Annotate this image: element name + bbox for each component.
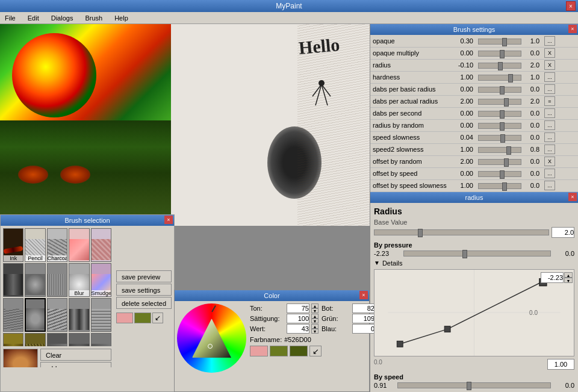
radius-close-button[interactable]: × [568,193,577,201]
brush-item-blur[interactable]: Blur [69,263,89,297]
setting-action-btn-5[interactable]: = [544,96,555,106]
setting-slider-cell-7[interactable] [476,119,524,131]
brush-item-pink1[interactable] [69,228,89,262]
setting-action-btn-11[interactable]: ... [544,169,555,178]
setting-btn-10[interactable]: X [542,155,578,167]
setting-action-btn-7[interactable]: ... [544,120,555,130]
setting-action-btn-6[interactable]: ... [544,108,555,118]
setting-slider-cell-2[interactable] [476,59,524,71]
menu-brush[interactable]: Brush [82,12,105,23]
close-button[interactable]: × [566,1,576,11]
setting-btn-2[interactable]: X [542,59,578,71]
brush-item-ink[interactable]: Ink [3,228,23,262]
swatch-add-button[interactable]: ↙ [309,346,322,356]
setting-slider-cell-0[interactable] [476,35,524,47]
setting-btn-4[interactable]: ... [542,83,578,95]
setting-slider-11[interactable] [478,171,521,177]
base-value-input[interactable] [552,227,574,238]
setting-slider-1[interactable] [478,51,521,57]
setting-action-btn-8[interactable]: ... [544,132,555,142]
brush-item-selected[interactable] [25,298,45,332]
sattigung-up[interactable]: ▲ [311,314,319,319]
bot-input[interactable] [352,303,375,313]
brush-item-dark3[interactable] [47,263,67,297]
brush-item-wavy3[interactable] [69,298,89,332]
setting-action-btn-12[interactable]: ... [544,181,555,190]
setting-slider-cell-4[interactable] [476,83,524,95]
setting-btn-9[interactable]: ... [542,143,578,155]
setting-slider-4[interactable] [478,87,521,93]
setting-action-btn-10[interactable]: X [544,157,555,166]
setting-btn-12[interactable]: ... [542,179,578,191]
setting-action-btn-3[interactable]: ... [544,72,555,82]
setting-slider-cell-6[interactable] [476,107,524,119]
brush-item-dark1[interactable] [3,263,23,297]
wert-input[interactable] [287,324,309,334]
wert-up[interactable]: ▲ [311,324,319,329]
brush-panel-close-button[interactable]: × [164,216,173,224]
curve-y-up[interactable]: ▲ [564,272,573,278]
setting-slider-3[interactable] [478,75,521,81]
brush-item-wavy2[interactable] [47,298,67,332]
setting-slider-2[interactable] [478,63,521,69]
wert-down[interactable]: ▼ [311,329,319,334]
menu-file[interactable]: File [2,12,18,23]
swatch-2[interactable] [270,346,288,356]
setting-slider-cell-8[interactable] [476,131,524,143]
color-panel-close[interactable]: × [359,291,368,299]
menu-edit[interactable]: Edit [25,12,42,23]
setting-action-btn-0[interactable]: ... [544,36,555,46]
ton-input[interactable] [287,303,309,313]
setting-slider-8[interactable] [478,135,521,141]
swatch-pink[interactable] [116,313,133,323]
setting-slider-cell-9[interactable] [476,143,524,155]
curve-x-input[interactable] [547,359,574,370]
setting-btn-11[interactable]: ... [542,167,578,179]
setting-action-btn-1[interactable]: X [544,48,555,58]
brush-settings-close[interactable]: × [568,25,577,33]
brush-item-pink2[interactable] [91,228,111,262]
save-settings-button[interactable]: save settings [116,284,172,296]
brush-item-smudge[interactable]: Smudge [91,263,111,297]
clear-button[interactable]: Clear [40,349,111,361]
base-value-slider[interactable] [374,229,549,235]
setting-slider-cell-10[interactable] [476,155,524,167]
setting-btn-1[interactable]: X [542,47,578,59]
brush-item-pencil[interactable]: Pencil [25,228,45,262]
brush-item-wavy1[interactable] [3,298,23,332]
by-speed-slider[interactable] [397,382,551,388]
setting-btn-3[interactable]: ... [542,71,578,83]
setting-slider-cell-12[interactable] [476,179,524,191]
by-pressure-slider[interactable] [403,250,551,257]
setting-btn-8[interactable]: ... [542,131,578,143]
setting-slider-9[interactable] [478,147,521,153]
brush-item-dark6[interactable] [91,333,111,346]
setting-slider-cell-1[interactable] [476,47,524,59]
brush-item-charcoal[interactable]: Charcoal [47,228,67,262]
curve-area[interactable]: ▲ ▼ 0.0 [374,269,574,356]
setting-slider-cell-5[interactable] [476,95,524,107]
setting-slider-7[interactable] [478,123,521,129]
swatch-arrow[interactable]: ↙ [152,313,163,323]
setting-slider-cell-11[interactable] [476,167,524,179]
brush-item-dark5[interactable] [69,333,89,346]
setting-slider-5[interactable] [478,99,521,105]
setting-btn-6[interactable]: ... [542,107,578,119]
save-preview-button[interactable]: save preview [116,270,172,282]
canvas-image[interactable]: Hello [0,24,370,226]
setting-btn-7[interactable]: ... [542,119,578,131]
blau-input[interactable] [352,324,375,334]
brush-item-grass2[interactable] [25,333,45,346]
curve-y-down[interactable]: ▼ [564,278,573,283]
setting-slider-cell-3[interactable] [476,71,524,83]
brush-item-wavy4[interactable] [91,298,111,332]
grun-input[interactable] [352,314,375,323]
setting-slider-12[interactable] [478,183,521,189]
setting-action-btn-9[interactable]: ... [544,145,555,154]
swatch-3[interactable] [290,346,308,356]
brush-item-dark4[interactable] [47,333,67,346]
details-toggle[interactable]: ▼ Details [374,260,574,267]
setting-slider-10[interactable] [478,159,521,165]
menu-help[interactable]: Help [112,12,131,23]
setting-slider-6[interactable] [478,111,521,117]
